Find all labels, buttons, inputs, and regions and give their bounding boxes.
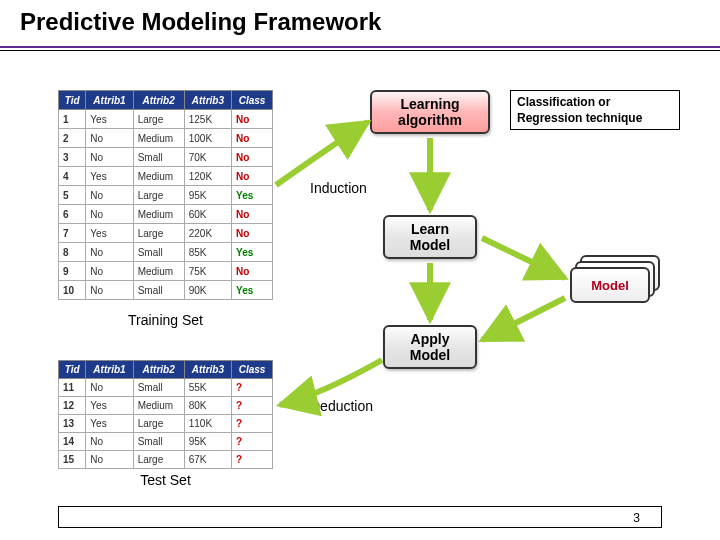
cell-attrib2: Medium bbox=[133, 129, 184, 148]
cell-class: No bbox=[232, 148, 273, 167]
cell-tid: 1 bbox=[59, 110, 86, 129]
table-row: 10NoSmall90KYes bbox=[59, 281, 273, 300]
deduction-label: Deduction bbox=[310, 398, 373, 414]
cell-tid: 12 bbox=[59, 397, 86, 415]
table-row: 13YesLarge110K? bbox=[59, 415, 273, 433]
table-row: 1YesLarge125KNo bbox=[59, 110, 273, 129]
cell-attrib2: Medium bbox=[133, 205, 184, 224]
table-row: 4YesMedium120KNo bbox=[59, 167, 273, 186]
model-card-front: Model bbox=[570, 267, 650, 303]
cell-tid: 5 bbox=[59, 186, 86, 205]
cell-attrib3: 67K bbox=[184, 451, 231, 469]
table-row: 5NoLarge95KYes bbox=[59, 186, 273, 205]
cell-attrib1: No bbox=[86, 148, 133, 167]
cell-attrib3: 85K bbox=[184, 243, 231, 262]
cell-class: Yes bbox=[232, 281, 273, 300]
cell-class: No bbox=[232, 205, 273, 224]
cell-attrib1: Yes bbox=[86, 110, 133, 129]
cell-attrib2: Large bbox=[133, 186, 184, 205]
col-tid: Tid bbox=[59, 361, 86, 379]
cell-attrib2: Large bbox=[133, 415, 184, 433]
cell-attrib1: Yes bbox=[86, 167, 133, 186]
learn-model-box: Learn Model bbox=[383, 215, 477, 259]
cell-attrib2: Small bbox=[133, 243, 184, 262]
cell-class: No bbox=[232, 167, 273, 186]
test-table: Tid Attrib1 Attrib2 Attrib3 Class 11NoSm… bbox=[58, 360, 273, 469]
cell-tid: 8 bbox=[59, 243, 86, 262]
cell-class: ? bbox=[232, 451, 273, 469]
col-attrib3: Attrib3 bbox=[184, 361, 231, 379]
cell-tid: 2 bbox=[59, 129, 86, 148]
cell-attrib1: No bbox=[86, 281, 133, 300]
table-row: 15NoLarge67K? bbox=[59, 451, 273, 469]
cell-tid: 14 bbox=[59, 433, 86, 451]
cell-class: No bbox=[232, 110, 273, 129]
cell-attrib2: Medium bbox=[133, 167, 184, 186]
cell-tid: 3 bbox=[59, 148, 86, 167]
cell-tid: 9 bbox=[59, 262, 86, 281]
cell-attrib3: 55K bbox=[184, 379, 231, 397]
cell-class: Yes bbox=[232, 186, 273, 205]
cell-attrib2: Medium bbox=[133, 262, 184, 281]
table-header-row: Tid Attrib1 Attrib2 Attrib3 Class bbox=[59, 91, 273, 110]
learning-algorithm-box: Learning algorithm bbox=[370, 90, 490, 134]
cell-attrib3: 125K bbox=[184, 110, 231, 129]
cell-attrib3: 70K bbox=[184, 148, 231, 167]
arrow-model-to-apply bbox=[482, 298, 565, 340]
cell-tid: 6 bbox=[59, 205, 86, 224]
cell-attrib2: Small bbox=[133, 433, 184, 451]
cell-tid: 10 bbox=[59, 281, 86, 300]
cell-attrib3: 75K bbox=[184, 262, 231, 281]
cell-attrib1: No bbox=[86, 262, 133, 281]
col-attrib2: Attrib2 bbox=[133, 361, 184, 379]
induction-label: Induction bbox=[310, 180, 367, 196]
cell-attrib2: Small bbox=[133, 281, 184, 300]
cell-class: No bbox=[232, 129, 273, 148]
table-row: 3NoSmall70KNo bbox=[59, 148, 273, 167]
cell-attrib1: Yes bbox=[86, 397, 133, 415]
page-number: 3 bbox=[633, 511, 640, 525]
cell-attrib2: Small bbox=[133, 379, 184, 397]
annotation-box: Classification or Regression technique bbox=[510, 90, 680, 130]
divider-line bbox=[0, 46, 720, 48]
cell-attrib3: 95K bbox=[184, 186, 231, 205]
cell-tid: 13 bbox=[59, 415, 86, 433]
cell-attrib3: 220K bbox=[184, 224, 231, 243]
cell-attrib3: 80K bbox=[184, 397, 231, 415]
cell-attrib1: No bbox=[86, 129, 133, 148]
apply-model-box: Apply Model bbox=[383, 325, 477, 369]
training-set-label: Training Set bbox=[58, 312, 273, 328]
slide-title: Predictive Modeling Framework bbox=[20, 8, 381, 36]
divider-line-thin bbox=[0, 50, 720, 51]
table-row: 11NoSmall55K? bbox=[59, 379, 273, 397]
table-row: 14NoSmall95K? bbox=[59, 433, 273, 451]
col-attrib1: Attrib1 bbox=[86, 91, 133, 110]
col-tid: Tid bbox=[59, 91, 86, 110]
table-row: 7YesLarge220KNo bbox=[59, 224, 273, 243]
cell-attrib3: 60K bbox=[184, 205, 231, 224]
cell-attrib2: Large bbox=[133, 451, 184, 469]
table-row: 2NoMedium100KNo bbox=[59, 129, 273, 148]
cell-attrib1: No bbox=[86, 433, 133, 451]
cell-class: ? bbox=[232, 415, 273, 433]
cell-attrib1: No bbox=[86, 186, 133, 205]
cell-attrib2: Large bbox=[133, 224, 184, 243]
cell-attrib3: 90K bbox=[184, 281, 231, 300]
col-class: Class bbox=[232, 361, 273, 379]
cell-attrib1: No bbox=[86, 243, 133, 262]
table-row: 6NoMedium60KNo bbox=[59, 205, 273, 224]
model-stack: Model bbox=[570, 255, 660, 310]
cell-attrib2: Large bbox=[133, 110, 184, 129]
arrow-training-to-algorithm bbox=[276, 122, 368, 185]
cell-class: Yes bbox=[232, 243, 273, 262]
cell-attrib2: Small bbox=[133, 148, 184, 167]
cell-class: ? bbox=[232, 397, 273, 415]
col-attrib3: Attrib3 bbox=[184, 91, 231, 110]
cell-attrib1: Yes bbox=[86, 224, 133, 243]
col-attrib2: Attrib2 bbox=[133, 91, 184, 110]
cell-tid: 7 bbox=[59, 224, 86, 243]
cell-attrib3: 100K bbox=[184, 129, 231, 148]
cell-attrib1: No bbox=[86, 205, 133, 224]
col-attrib1: Attrib1 bbox=[86, 361, 133, 379]
table-row: 8NoSmall85KYes bbox=[59, 243, 273, 262]
